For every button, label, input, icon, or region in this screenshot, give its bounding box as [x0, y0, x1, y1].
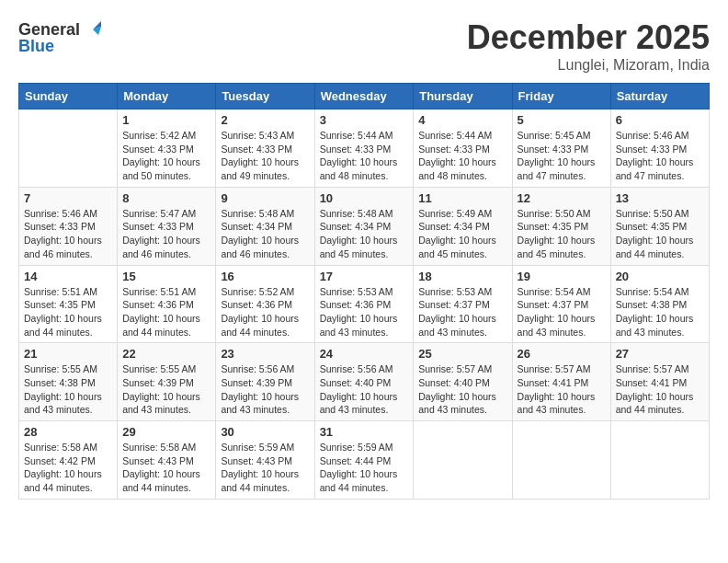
- day-info: Sunrise: 5:55 AM Sunset: 4:39 PM Dayligh…: [122, 362, 210, 417]
- logo-text-blue: Blue: [18, 37, 54, 56]
- calendar-week-row: 7Sunrise: 5:46 AM Sunset: 4:33 PM Daylig…: [19, 187, 710, 265]
- day-number: 11: [418, 191, 506, 205]
- day-info: Sunrise: 5:46 AM Sunset: 4:33 PM Dayligh…: [616, 129, 704, 183]
- calendar-cell: 30Sunrise: 5:59 AM Sunset: 4:43 PM Dayli…: [216, 421, 314, 500]
- calendar-cell: 5Sunrise: 5:45 AM Sunset: 4:33 PM Daylig…: [512, 109, 610, 188]
- day-number: 2: [221, 113, 309, 127]
- calendar-table: SundayMondayTuesdayWednesdayThursdayFrid…: [18, 83, 710, 500]
- calendar-cell: 7Sunrise: 5:46 AM Sunset: 4:33 PM Daylig…: [19, 187, 118, 265]
- day-info: Sunrise: 5:50 AM Sunset: 4:35 PM Dayligh…: [518, 207, 606, 261]
- day-number: 14: [24, 270, 112, 283]
- day-number: 23: [221, 347, 309, 361]
- day-info: Sunrise: 5:53 AM Sunset: 4:37 PM Dayligh…: [418, 285, 506, 339]
- day-info: Sunrise: 5:57 AM Sunset: 4:41 PM Dayligh…: [518, 362, 606, 417]
- day-info: Sunrise: 5:42 AM Sunset: 4:33 PM Dayligh…: [122, 129, 210, 183]
- weekday-header: Thursday: [414, 84, 512, 109]
- day-info: Sunrise: 5:57 AM Sunset: 4:41 PM Dayligh…: [616, 362, 704, 417]
- day-info: Sunrise: 5:48 AM Sunset: 4:34 PM Dayligh…: [221, 207, 309, 261]
- calendar-cell: 27Sunrise: 5:57 AM Sunset: 4:41 PM Dayli…: [610, 343, 709, 421]
- calendar-cell: 11Sunrise: 5:49 AM Sunset: 4:34 PM Dayli…: [414, 187, 512, 265]
- calendar-week-row: 21Sunrise: 5:55 AM Sunset: 4:38 PM Dayli…: [19, 343, 710, 421]
- day-number: 29: [122, 425, 210, 439]
- day-info: Sunrise: 5:49 AM Sunset: 4:34 PM Dayligh…: [418, 207, 506, 261]
- day-number: 18: [418, 270, 506, 283]
- calendar-cell: 9Sunrise: 5:48 AM Sunset: 4:34 PM Daylig…: [216, 187, 314, 265]
- weekday-header: Saturday: [610, 84, 709, 109]
- day-number: 28: [24, 425, 112, 439]
- calendar-cell: 3Sunrise: 5:44 AM Sunset: 4:33 PM Daylig…: [314, 109, 414, 188]
- day-number: 1: [122, 113, 210, 127]
- calendar-cell: 15Sunrise: 5:51 AM Sunset: 4:36 PM Dayli…: [118, 265, 216, 343]
- day-info: Sunrise: 5:56 AM Sunset: 4:40 PM Dayligh…: [320, 362, 409, 417]
- day-info: Sunrise: 5:59 AM Sunset: 4:43 PM Dayligh…: [221, 441, 309, 495]
- day-info: Sunrise: 5:43 AM Sunset: 4:33 PM Dayligh…: [221, 129, 309, 183]
- calendar-cell: 10Sunrise: 5:48 AM Sunset: 4:34 PM Dayli…: [314, 187, 414, 265]
- day-number: 26: [518, 347, 606, 361]
- month-title: December 2025: [467, 18, 710, 57]
- day-info: Sunrise: 5:52 AM Sunset: 4:36 PM Dayligh…: [221, 285, 309, 339]
- location: Lunglei, Mizoram, India: [467, 57, 710, 74]
- calendar-cell: 1Sunrise: 5:42 AM Sunset: 4:33 PM Daylig…: [118, 109, 216, 188]
- day-info: Sunrise: 5:48 AM Sunset: 4:34 PM Dayligh…: [320, 207, 409, 261]
- day-number: 4: [418, 113, 506, 127]
- day-number: 25: [418, 347, 506, 361]
- weekday-header: Wednesday: [314, 84, 414, 109]
- day-number: 19: [518, 270, 606, 283]
- day-info: Sunrise: 5:53 AM Sunset: 4:36 PM Dayligh…: [320, 285, 409, 339]
- calendar-cell: [414, 421, 512, 500]
- weekday-header: Monday: [118, 84, 216, 109]
- day-info: Sunrise: 5:50 AM Sunset: 4:35 PM Dayligh…: [616, 207, 704, 261]
- page-header: General Blue December 2025 Lunglei, Mizo…: [18, 18, 710, 74]
- calendar-cell: 25Sunrise: 5:57 AM Sunset: 4:40 PM Dayli…: [414, 343, 512, 421]
- calendar-cell: 13Sunrise: 5:50 AM Sunset: 4:35 PM Dayli…: [610, 187, 709, 265]
- calendar-cell: 17Sunrise: 5:53 AM Sunset: 4:36 PM Dayli…: [314, 265, 414, 343]
- calendar-cell: 23Sunrise: 5:56 AM Sunset: 4:39 PM Dayli…: [216, 343, 314, 421]
- day-info: Sunrise: 5:47 AM Sunset: 4:33 PM Dayligh…: [122, 207, 210, 261]
- calendar-cell: 16Sunrise: 5:52 AM Sunset: 4:36 PM Dayli…: [216, 265, 314, 343]
- day-number: 12: [518, 191, 606, 205]
- day-info: Sunrise: 5:51 AM Sunset: 4:36 PM Dayligh…: [122, 285, 210, 339]
- calendar-cell: 14Sunrise: 5:51 AM Sunset: 4:35 PM Dayli…: [19, 265, 118, 343]
- day-info: Sunrise: 5:58 AM Sunset: 4:43 PM Dayligh…: [122, 441, 210, 495]
- title-block: December 2025 Lunglei, Mizoram, India: [467, 18, 710, 74]
- calendar-cell: 28Sunrise: 5:58 AM Sunset: 4:42 PM Dayli…: [19, 421, 118, 500]
- day-info: Sunrise: 5:56 AM Sunset: 4:39 PM Dayligh…: [221, 362, 309, 417]
- calendar-cell: 18Sunrise: 5:53 AM Sunset: 4:37 PM Dayli…: [414, 265, 512, 343]
- calendar-cell: 12Sunrise: 5:50 AM Sunset: 4:35 PM Dayli…: [512, 187, 610, 265]
- day-info: Sunrise: 5:57 AM Sunset: 4:40 PM Dayligh…: [418, 362, 506, 417]
- calendar-cell: 26Sunrise: 5:57 AM Sunset: 4:41 PM Dayli…: [512, 343, 610, 421]
- day-info: Sunrise: 5:51 AM Sunset: 4:35 PM Dayligh…: [24, 285, 112, 339]
- calendar-cell: [19, 109, 118, 188]
- day-number: 21: [24, 347, 112, 361]
- day-number: 3: [320, 113, 409, 127]
- calendar-cell: 31Sunrise: 5:59 AM Sunset: 4:44 PM Dayli…: [314, 421, 414, 500]
- calendar-cell: [610, 421, 709, 500]
- day-info: Sunrise: 5:54 AM Sunset: 4:37 PM Dayligh…: [518, 285, 606, 339]
- day-number: 22: [122, 347, 210, 361]
- day-number: 31: [320, 425, 409, 439]
- day-info: Sunrise: 5:54 AM Sunset: 4:38 PM Dayligh…: [616, 285, 704, 339]
- day-number: 9: [221, 191, 309, 205]
- calendar-cell: [512, 421, 610, 500]
- day-info: Sunrise: 5:44 AM Sunset: 4:33 PM Dayligh…: [320, 129, 409, 183]
- day-number: 24: [320, 347, 409, 361]
- weekday-header: Tuesday: [216, 84, 314, 109]
- day-number: 6: [616, 113, 704, 127]
- calendar-cell: 21Sunrise: 5:55 AM Sunset: 4:38 PM Dayli…: [19, 343, 118, 421]
- calendar-cell: 20Sunrise: 5:54 AM Sunset: 4:38 PM Dayli…: [610, 265, 709, 343]
- day-info: Sunrise: 5:59 AM Sunset: 4:44 PM Dayligh…: [320, 441, 409, 495]
- day-number: 30: [221, 425, 309, 439]
- day-number: 10: [320, 191, 409, 205]
- day-number: 15: [122, 270, 210, 283]
- calendar-cell: 6Sunrise: 5:46 AM Sunset: 4:33 PM Daylig…: [610, 109, 709, 188]
- day-info: Sunrise: 5:44 AM Sunset: 4:33 PM Dayligh…: [418, 129, 506, 183]
- logo-bird-icon: [82, 18, 104, 40]
- calendar-cell: 8Sunrise: 5:47 AM Sunset: 4:33 PM Daylig…: [118, 187, 216, 265]
- calendar-cell: 22Sunrise: 5:55 AM Sunset: 4:39 PM Dayli…: [118, 343, 216, 421]
- calendar-cell: 19Sunrise: 5:54 AM Sunset: 4:37 PM Dayli…: [512, 265, 610, 343]
- calendar-cell: 29Sunrise: 5:58 AM Sunset: 4:43 PM Dayli…: [118, 421, 216, 500]
- day-number: 27: [616, 347, 704, 361]
- day-number: 5: [518, 113, 606, 127]
- calendar-week-row: 28Sunrise: 5:58 AM Sunset: 4:42 PM Dayli…: [19, 421, 710, 500]
- calendar-week-row: 14Sunrise: 5:51 AM Sunset: 4:35 PM Dayli…: [19, 265, 710, 343]
